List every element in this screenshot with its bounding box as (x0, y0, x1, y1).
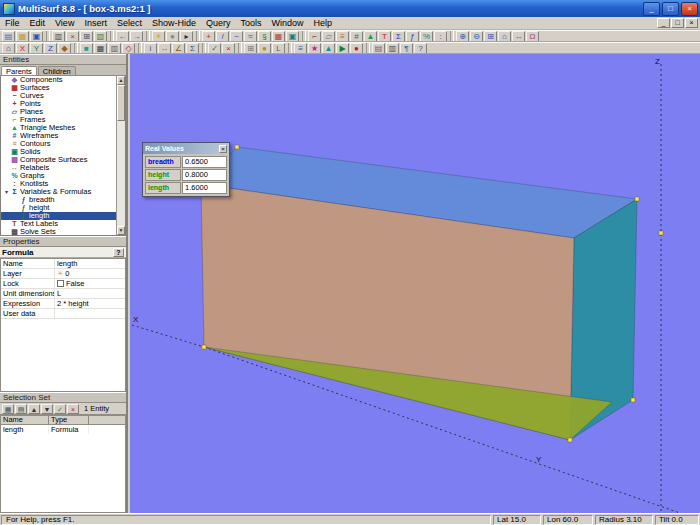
zoom-window-button[interactable]: ⊞ (484, 31, 497, 42)
file-new-button[interactable]: ▤ (2, 31, 15, 42)
view-x-button[interactable]: X (16, 43, 29, 54)
viewport[interactable]: X Y Z Real Values × (130, 54, 700, 513)
textlabel-tool-button[interactable]: T (378, 31, 391, 42)
box-solid[interactable] (201, 147, 637, 440)
help-button[interactable]: ? (113, 248, 124, 257)
tab-parents[interactable]: Parents (1, 66, 37, 75)
property-value[interactable]: ☀ 0 (55, 269, 125, 279)
point-tool-button[interactable]: + (202, 31, 215, 42)
tree-item-curves[interactable]: ~Curves (1, 92, 116, 100)
plane-tool-button[interactable]: ▱ (322, 31, 335, 42)
selection-list-mode-button[interactable]: ▦ (2, 404, 14, 414)
wireframe-mode-button[interactable]: ▦ (94, 43, 107, 54)
formula-tool-button[interactable]: ƒ (406, 31, 419, 42)
zoom-in-button[interactable]: ⊕ (456, 31, 469, 42)
point-marker[interactable] (235, 145, 239, 149)
menu-file[interactable]: File (0, 17, 25, 29)
tree-item-points[interactable]: +Points (1, 100, 116, 108)
tree-item-text-labels[interactable]: TText Labels (1, 220, 116, 228)
property-row-unit-dimensions[interactable]: Unit dimensions L (1, 289, 125, 299)
scroll-track[interactable] (117, 85, 125, 226)
export-image-button[interactable]: ▤ (372, 43, 385, 54)
property-value[interactable]: False (55, 279, 125, 289)
tree-item-breadth[interactable]: ƒbreadth (1, 196, 116, 204)
menu-tools[interactable]: Tools (235, 17, 266, 29)
selection-report-button[interactable]: ▤ (15, 404, 27, 414)
point-marker[interactable] (659, 231, 663, 235)
collapse-icon[interactable]: ▾ (3, 188, 10, 196)
property-value[interactable]: length (55, 259, 125, 269)
real-values-title-bar[interactable]: Real Values × (143, 143, 229, 154)
menu-view[interactable]: View (50, 17, 79, 29)
print-preview-button[interactable]: ▥ (386, 43, 399, 54)
undo-button[interactable]: ← (116, 31, 129, 42)
knotlist-tool-button[interactable]: : (434, 31, 447, 42)
contour-tool-button[interactable]: ≡ (336, 31, 349, 42)
mass-properties-button[interactable]: Σ (186, 43, 199, 54)
point-marker[interactable] (635, 197, 639, 201)
entities-scrollbar[interactable]: ▲ ▼ (116, 76, 125, 235)
real-values-close-icon[interactable]: × (219, 145, 227, 153)
menu-select[interactable]: Select (112, 17, 147, 29)
ccurve-tool-button[interactable]: ≈ (244, 31, 257, 42)
measure-distance-button[interactable]: ↔ (158, 43, 171, 54)
print-button[interactable]: ▥ (52, 31, 65, 42)
rotate-view-button[interactable]: Ω (526, 31, 539, 42)
zoom-all-button[interactable]: ⌂ (498, 31, 511, 42)
scroll-down-icon[interactable]: ▼ (117, 226, 125, 235)
variable-tool-button[interactable]: Σ (392, 31, 405, 42)
menu-help[interactable]: Help (309, 17, 338, 29)
cut-button[interactable]: × (66, 31, 79, 42)
select-mode-button[interactable]: ▸ (180, 31, 193, 42)
menu-insert[interactable]: Insert (79, 17, 112, 29)
paste-button[interactable]: ▧ (94, 31, 107, 42)
tree-item-components[interactable]: ◆Components (1, 76, 116, 84)
tree-item-graphs[interactable]: %Graphs (1, 172, 116, 180)
file-open-button[interactable]: ▦ (16, 31, 29, 42)
selection-move-down-button[interactable]: ▼ (41, 404, 53, 414)
zoom-out-button[interactable]: ⊖ (470, 31, 483, 42)
frame-tool-button[interactable]: ⌐ (308, 31, 321, 42)
view-iso-button[interactable]: ◆ (58, 43, 71, 54)
hide-entities-button[interactable]: ● (166, 31, 179, 42)
lock-checkbox[interactable] (57, 280, 64, 287)
tree-item-composite-surfaces[interactable]: ▤Composite Surfaces (1, 156, 116, 164)
ortho-toggle-button[interactable]: L (272, 43, 285, 54)
bcurve-tool-button[interactable]: ~ (230, 31, 243, 42)
property-row-name[interactable]: Name length (1, 259, 125, 269)
selection-row[interactable]: lengthFormula (1, 425, 125, 434)
grid-toggle-button[interactable]: ⊞ (244, 43, 257, 54)
snake-tool-button[interactable]: § (258, 31, 271, 42)
column-header-type[interactable]: Type (49, 416, 89, 425)
title-bar[interactable]: MultiSurf 8.8 - [ box-3.ms2:1 ] _ □ × (0, 0, 700, 17)
colors-button[interactable]: ★ (308, 43, 321, 54)
minimize-button[interactable]: _ (643, 2, 660, 16)
measure-angle-button[interactable]: ∠ (172, 43, 185, 54)
3d-scene[interactable]: X Y Z (130, 54, 700, 513)
view-y-button[interactable]: Y (30, 43, 43, 54)
property-row-expression[interactable]: Expression 2 * height (1, 299, 125, 309)
hiddenline-mode-button[interactable]: ▥ (108, 43, 121, 54)
tree-item-solve-sets[interactable]: ▩Solve Sets (1, 228, 116, 235)
solid-tool-button[interactable]: ▣ (286, 31, 299, 42)
tree-item-length[interactable]: ƒlength (1, 212, 116, 220)
selection-apply-button[interactable]: ✓ (54, 404, 66, 414)
maximize-button[interactable]: □ (662, 2, 679, 16)
copy-button[interactable]: ⊞ (80, 31, 93, 42)
tree-item-triangle-meshes[interactable]: ▲Triangle Meshes (1, 124, 116, 132)
point-marker[interactable] (568, 438, 572, 442)
tree-item-wireframes[interactable]: #Wireframes (1, 132, 116, 140)
view-home-button[interactable]: ⌂ (2, 43, 15, 54)
column-header-extra[interactable] (89, 416, 125, 425)
check-model-button[interactable]: ✓ (208, 43, 221, 54)
wireframe-tool-button[interactable]: # (350, 31, 363, 42)
notes-button[interactable]: ¶ (400, 43, 413, 54)
mdi-minimize-button[interactable]: _ (657, 18, 670, 28)
play-animation-button[interactable]: ▶ (336, 43, 349, 54)
surface-tool-button[interactable]: ▦ (272, 31, 285, 42)
menu-edit[interactable]: Edit (25, 17, 51, 29)
selection-move-up-button[interactable]: ▲ (28, 404, 40, 414)
property-value[interactable]: L (55, 289, 125, 299)
real-values-window[interactable]: Real Values × breadth0.6500height0.8000l… (142, 142, 230, 197)
pan-view-button[interactable]: ↔ (512, 31, 525, 42)
